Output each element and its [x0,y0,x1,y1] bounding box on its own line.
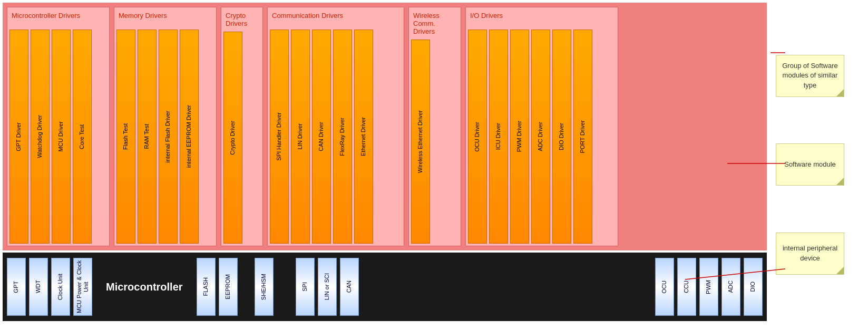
io-drivers-title: I/O Drivers [468,11,616,26]
wireless-comm-drivers-title: Wireless Comm. Drivers [411,11,459,36]
mcu-can-bar: CAN [340,258,359,316]
microcontroller-drivers-title: Microcontroller Drivers [9,11,107,26]
crypto-drivers-group: Crypto Drivers Crypto Driver [221,7,263,246]
wireless-comm-drivers-modules: Wireless Ethernet Driver [411,40,459,244]
mcu-ocu-bar: OCU [655,258,674,316]
module-legend-text: Software module [784,160,836,169]
io-drivers-modules: OCU Driver ICU Driver PWM Driver ADC Dri… [468,30,616,244]
mcu-dio-bar: DIO [744,258,763,316]
port-driver-module: PORT Driver [573,30,592,244]
flash-test-module: Flash Test [116,30,135,244]
crypto-drivers-title: Crypto Drivers [223,11,260,28]
group-legend-note: Group of Software modules of similar typ… [776,55,844,97]
mcu-gpt-bar: GPT [7,258,26,316]
mcu-eeprom-bar: EEPROM [219,258,238,316]
wireless-ethernet-driver-module: Wireless Ethernet Driver [411,40,430,244]
mcu-section: GPT WDT Clock Unit MCU Power & Clock Uni… [3,253,767,321]
legend-area: Group of Software modules of similar typ… [771,0,868,329]
mcu-flash-bar: FLASH [197,258,216,316]
dio-driver-module: DIO Driver [552,30,571,244]
pwm-driver-module: PWM Driver [510,30,529,244]
microcontroller-drivers-modules: GPT Driver Watchdog Driver MCU Driver Co… [9,30,107,244]
spi-handler-driver-module: SPI Handler Driver [270,30,289,244]
mcu-pwm-bar: PWM [699,258,718,316]
communication-drivers-group: Communication Drivers SPI Handler Driver… [267,7,404,246]
drivers-section: Microcontroller Drivers GPT Driver Watch… [3,3,767,250]
ram-test-module: RAM Test [138,30,157,244]
lin-driver-module: LIN Driver [291,30,310,244]
communication-drivers-title: Communication Drivers [270,11,402,26]
flexray-driver-module: FlexRay Driver [333,30,352,244]
memory-drivers-title: Memory Drivers [116,11,214,26]
gpt-driver-module: GPT Driver [9,30,28,244]
mcu-adc-bar: ADC [721,258,740,316]
mcu-ccu-bar: CCU [677,258,696,316]
ethernet-driver-module: Ethernet Driver [354,30,373,244]
peripheral-legend-note: internal peripheral device [776,233,844,275]
watchdog-driver-module: Watchdog Driver [31,30,50,244]
mcu-she-hsm-bar: SHE/HSM [255,258,274,316]
mcu-power-bar: MCU Power & Clock Unit [73,258,92,316]
crypto-driver-module: Crypto Driver [223,32,242,244]
wireless-comm-drivers-group: Wireless Comm. Drivers Wireless Ethernet… [408,7,461,246]
mcu-clock-unit-bar: Clock Unit [51,258,70,316]
mcu-label: Microcontroller [95,281,193,293]
mcu-lin-sci-bar: LIN or SCI [318,258,337,316]
icu-driver-module: ICU Driver [489,30,508,244]
internal-eeprom-driver-module: internal EEPROM Driver [180,30,199,244]
communication-drivers-modules: SPI Handler Driver LIN Driver CAN Driver… [270,30,402,244]
mcu-wdt-bar: WDT [29,258,48,316]
memory-drivers-modules: Flash Test RAM Test internal Flash Drive… [116,30,214,244]
module-legend-item: Software module [776,143,844,186]
io-drivers-group: I/O Drivers OCU Driver ICU Driver PWM Dr… [465,7,618,246]
module-legend-note: Software module [776,143,844,186]
internal-flash-driver-module: internal Flash Driver [159,30,178,244]
adc-driver-module: ADC Driver [531,30,550,244]
peripheral-legend-item: internal peripheral device [776,233,844,275]
crypto-drivers-modules: Crypto Driver [223,32,260,244]
memory-drivers-group: Memory Drivers Flash Test RAM Test inter… [114,7,217,246]
can-driver-module: CAN Driver [312,30,331,244]
group-legend-text: Group of Software modules of similar typ… [782,61,838,90]
ocu-driver-module: OCU Driver [468,30,487,244]
peripheral-legend-text: internal peripheral device [782,244,838,263]
core-test-module: Core Test [73,30,92,244]
mcu-spi-bar: SPI [296,258,315,316]
group-legend-item: Group of Software modules of similar typ… [776,55,844,97]
microcontroller-drivers-group: Microcontroller Drivers GPT Driver Watch… [7,7,110,246]
mcu-driver-module: MCU Driver [52,30,71,244]
